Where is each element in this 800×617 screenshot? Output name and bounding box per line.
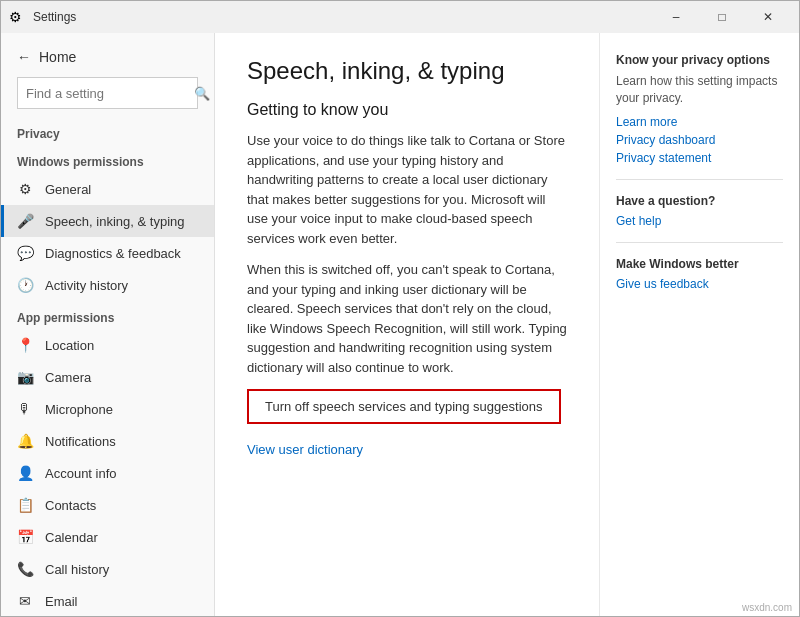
calendar-label: Calendar — [45, 530, 98, 545]
know-privacy-title: Know your privacy options — [616, 53, 783, 67]
maximize-button[interactable]: □ — [699, 1, 745, 33]
email-label: Email — [45, 594, 78, 609]
call-history-icon: 📞 — [17, 561, 33, 577]
contacts-label: Contacts — [45, 498, 96, 513]
window-title: Settings — [33, 10, 76, 24]
learn-more-link[interactable]: Learn more — [616, 115, 783, 129]
sidebar-item-email[interactable]: ✉ Email — [1, 585, 214, 616]
microphone-icon: 🎙 — [17, 401, 33, 417]
account-info-icon: 👤 — [17, 465, 33, 481]
privacy-statement-link[interactable]: Privacy statement — [616, 151, 783, 165]
window: ⚙ Settings – □ ✕ ← Home 🔍 Privacy Wi — [0, 0, 800, 617]
activity-label: Activity history — [45, 278, 128, 293]
have-question-title: Have a question? — [616, 194, 783, 208]
minimize-button[interactable]: – — [653, 1, 699, 33]
call-history-label: Call history — [45, 562, 109, 577]
window-controls: – □ ✕ — [653, 1, 791, 33]
right-panel: Know your privacy options Learn how this… — [599, 33, 799, 616]
back-label: Home — [39, 49, 76, 65]
contacts-icon: 📋 — [17, 497, 33, 513]
diagnostics-icon: 💬 — [17, 245, 33, 261]
title-bar-left: ⚙ Settings — [9, 9, 76, 25]
app-permissions-label: App permissions — [1, 301, 214, 329]
window-body: ← Home 🔍 Privacy Windows permissions ⚙ G… — [1, 33, 799, 616]
make-better-title: Make Windows better — [616, 257, 783, 271]
main-panel: Speech, inking, & typing Getting to know… — [215, 33, 599, 616]
notifications-label: Notifications — [45, 434, 116, 449]
description-paragraph-2: When this is switched off, you can't spe… — [247, 260, 567, 377]
sidebar-item-activity[interactable]: 🕐 Activity history — [1, 269, 214, 301]
settings-window-icon: ⚙ — [9, 9, 25, 25]
activity-icon: 🕐 — [17, 277, 33, 293]
give-feedback-link[interactable]: Give us feedback — [616, 277, 783, 291]
sidebar-item-notifications[interactable]: 🔔 Notifications — [1, 425, 214, 457]
windows-permissions-label: Windows permissions — [1, 145, 214, 173]
privacy-label: Privacy — [1, 117, 214, 145]
section-title: Getting to know you — [247, 101, 567, 119]
diagnostics-label: Diagnostics & feedback — [45, 246, 181, 261]
title-bar: ⚙ Settings – □ ✕ — [1, 1, 799, 33]
sidebar-item-general[interactable]: ⚙ General — [1, 173, 214, 205]
sidebar-top: ← Home 🔍 — [1, 33, 214, 117]
right-divider-2 — [616, 242, 783, 243]
notifications-icon: 🔔 — [17, 433, 33, 449]
turn-off-button[interactable]: Turn off speech services and typing sugg… — [247, 389, 561, 424]
right-divider-1 — [616, 179, 783, 180]
sidebar-item-speech[interactable]: 🎤 Speech, inking, & typing — [1, 205, 214, 237]
sidebar-item-camera[interactable]: 📷 Camera — [1, 361, 214, 393]
know-privacy-text: Learn how this setting impacts your priv… — [616, 73, 783, 107]
back-button[interactable]: ← Home — [17, 45, 198, 69]
sidebar-item-microphone[interactable]: 🎙 Microphone — [1, 393, 214, 425]
camera-icon: 📷 — [17, 369, 33, 385]
email-icon: ✉ — [17, 593, 33, 609]
privacy-dashboard-link[interactable]: Privacy dashboard — [616, 133, 783, 147]
sidebar-item-call-history[interactable]: 📞 Call history — [1, 553, 214, 585]
location-icon: 📍 — [17, 337, 33, 353]
general-icon: ⚙ — [17, 181, 33, 197]
close-button[interactable]: ✕ — [745, 1, 791, 33]
sidebar-item-contacts[interactable]: 📋 Contacts — [1, 489, 214, 521]
account-info-label: Account info — [45, 466, 117, 481]
speech-label: Speech, inking, & typing — [45, 214, 184, 229]
back-arrow-icon: ← — [17, 49, 31, 65]
sidebar: ← Home 🔍 Privacy Windows permissions ⚙ G… — [1, 33, 215, 616]
general-label: General — [45, 182, 91, 197]
get-help-link[interactable]: Get help — [616, 214, 783, 228]
sidebar-item-account-info[interactable]: 👤 Account info — [1, 457, 214, 489]
search-icon: 🔍 — [194, 86, 210, 101]
location-label: Location — [45, 338, 94, 353]
sidebar-item-calendar[interactable]: 📅 Calendar — [1, 521, 214, 553]
page-title: Speech, inking, & typing — [247, 57, 567, 85]
search-box[interactable]: 🔍 — [17, 77, 198, 109]
camera-label: Camera — [45, 370, 91, 385]
view-user-dictionary-link[interactable]: View user dictionary — [247, 442, 363, 457]
description-paragraph-1: Use your voice to do things like talk to… — [247, 131, 567, 248]
sidebar-item-diagnostics[interactable]: 💬 Diagnostics & feedback — [1, 237, 214, 269]
sidebar-item-location[interactable]: 📍 Location — [1, 329, 214, 361]
watermark: wsxdn.com — [742, 602, 792, 613]
microphone-label: Microphone — [45, 402, 113, 417]
search-input[interactable] — [26, 86, 194, 101]
calendar-icon: 📅 — [17, 529, 33, 545]
speech-icon: 🎤 — [17, 213, 33, 229]
